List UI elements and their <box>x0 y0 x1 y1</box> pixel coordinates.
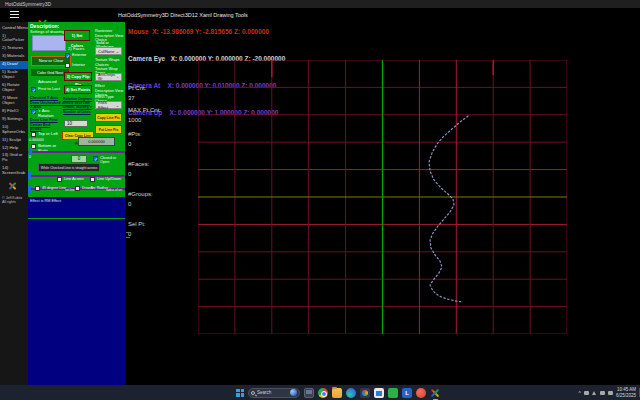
sidebar-item-9-settings[interactable]: 9) Settings <box>0 115 28 123</box>
radius-of-arc-note: radius of arc <box>106 188 123 192</box>
effect-status-text: Effect is RM Effect <box>30 199 61 203</box>
search-icon <box>251 391 255 395</box>
checkbox-checked-icon[interactable] <box>31 87 36 92</box>
start-button-icon[interactable] <box>236 389 244 397</box>
checkbox-checked-icon[interactable] <box>31 109 36 114</box>
checkbox-icon[interactable] <box>31 132 36 137</box>
edge-icon[interactable] <box>346 388 356 398</box>
deg45-line-checkbox[interactable]: 45 degree Line <box>35 186 66 191</box>
checkbox-icon[interactable] <box>57 177 62 182</box>
sidebar-item-8-fileio[interactable]: 8) FileIO <box>0 107 28 115</box>
clock-date: 6/25/2025 <box>616 393 636 399</box>
checkbox-icon[interactable] <box>75 186 80 191</box>
clock-time: 10:45 AM <box>616 387 636 393</box>
tray-app-icon[interactable] <box>584 391 589 395</box>
sidebar-item-12-help[interactable]: 12) Help <box>0 144 28 152</box>
slider-1-track[interactable] <box>28 151 125 153</box>
monitor-app-icon[interactable] <box>304 388 314 398</box>
line-up-down-checkbox[interactable]: Line Up/Down <box>90 177 121 182</box>
wifi-icon[interactable] <box>592 391 597 395</box>
max-pt-cnt-value: 1000 <box>128 117 141 123</box>
set-points-button[interactable]: 4) Set Points <box>64 85 92 94</box>
zero-value-box: 0 <box>71 155 87 163</box>
slider-2-thumb[interactable] <box>28 172 31 180</box>
sel-pt-label: Sel Pt: <box>128 221 146 227</box>
mouse-coords: Mouse X: -13.986069 Y: -2.815656 Z: 0.00… <box>128 27 285 36</box>
green-app-icon[interactable] <box>388 388 398 398</box>
taskbar-clock[interactable]: 10:45 AM 6/25/2025 <box>616 387 636 399</box>
first-to-last-checkbox[interactable]: First to Last <box>31 87 63 92</box>
interior-checkbox[interactable]: Interior <box>65 63 91 68</box>
rotation-degrees-input[interactable]: 10 <box>64 120 88 127</box>
sidebar-item-1-colorpicker[interactable]: 1) ColorPicker <box>0 32 28 45</box>
faces-count-value: 0 <box>128 171 131 177</box>
faces-count-label: #Faces: <box>128 161 149 167</box>
sidebar-item-11-sculpt[interactable]: 11) Sculpt <box>0 136 28 144</box>
put-line-pts-button[interactable]: Put Line Pts <box>95 125 122 134</box>
top-or-left-checkbox[interactable]: Top or Left <box>31 132 63 137</box>
checkbox-checked-icon[interactable] <box>65 53 70 58</box>
hotodd-app-icon[interactable] <box>430 388 440 398</box>
sidebar-item-5-scale-object[interactable]: 5) Scale Object <box>0 69 28 82</box>
zero-value-label: 0 <box>29 155 31 159</box>
rotation-degrees-link[interactable]: Rotation Degrees before next Line Drawn,… <box>63 97 92 114</box>
checkbox-icon[interactable] <box>90 177 95 182</box>
taskbar: Search L ^ 10:45 AM 6/25/2025 <box>0 385 640 400</box>
set-line-note: set line <box>65 188 75 192</box>
checkbox-icon[interactable] <box>65 63 70 68</box>
speaker-icon[interactable] <box>600 391 605 395</box>
system-tray: ^ 10:45 AM 6/25/2025 <box>579 385 636 400</box>
sidebar-item-10-sphereorbs[interactable]: 10) SphereOrbs <box>0 123 28 136</box>
draw-line-first-link[interactable]: Draw Line First Center End points <box>30 118 60 132</box>
sidebar-item-4-draw-[interactable]: 4) Draw! <box>0 61 28 69</box>
pt-cnt-value: 37 <box>128 95 135 101</box>
file-explorer-icon[interactable] <box>332 388 342 398</box>
control-menu-sidebar: Control Menu 1) ColorPicker2) Textures3)… <box>0 22 28 385</box>
straight-line-tooltip: While Checked Line is straight across <box>38 163 100 172</box>
sidebar-item-7-move-object[interactable]: 7) Move Object <box>0 94 28 107</box>
taskbar-search[interactable]: Search <box>248 388 300 398</box>
drawarc-radius-checkbox[interactable]: DrawArc Radius <box>75 186 108 191</box>
chrome-icon[interactable] <box>318 388 328 398</box>
divider <box>28 218 125 219</box>
sidebar-item-3-materials[interactable]: 3) Materials <box>0 53 28 61</box>
search-label: Search <box>257 390 288 395</box>
slider-3-thumb[interactable] <box>28 185 31 193</box>
exterior-checkbox[interactable]: Exterior <box>65 53 91 58</box>
store-icon[interactable] <box>374 388 384 398</box>
letter-l-app-icon[interactable]: L <box>402 388 412 398</box>
control-menu-header: Control Menu <box>0 22 28 32</box>
advanced-label: Advanced <box>38 79 57 84</box>
hidden-icons-chevron-icon[interactable]: ^ <box>579 390 581 396</box>
sidebar-item-6-rotate-object[interactable]: 6) Rotate Object <box>0 82 28 95</box>
line-across-checkbox[interactable]: Line Across <box>57 177 84 182</box>
taskbar-app-icons: L <box>304 388 440 398</box>
color-swatch[interactable] <box>32 35 66 51</box>
set-colors-button[interactable]: 1) Set Colors <box>64 30 90 41</box>
pts-value: 0 <box>128 141 131 147</box>
copy-flip-pts-button[interactable]: 3) Copy Flip Pts <box>64 72 92 81</box>
sidebar-item-14-screengrab[interactable]: 14) ScreenGrab <box>0 165 28 178</box>
texture-wrap-dropdown[interactable]: AnisOtropic Wr⌄ <box>95 73 122 81</box>
taskbar-center: Search L <box>236 385 440 400</box>
groups-value: 0 <box>128 201 131 207</box>
effect-type-dropdown[interactable]: RMS Effect⌄ <box>95 101 122 109</box>
drawing-canvas[interactable] <box>198 60 567 334</box>
checkbox-icon[interactable] <box>35 186 40 191</box>
max-pt-cnt-label: MAX Pt Cnt: <box>128 107 161 113</box>
sidebar-item-13-grid-or-pic[interactable]: 13) Grid or Pic <box>0 152 28 165</box>
slider-value-box: 0.000000 <box>78 137 115 146</box>
sidebar-item-2-textures[interactable]: 2) Textures <box>0 45 28 53</box>
effect-status-panel: Effect is RM Effect <box>28 197 125 385</box>
hamburger-menu-icon[interactable] <box>10 11 19 18</box>
cull-mode-dropdown[interactable]: CullNone⌄ <box>95 47 122 55</box>
chevron-down-icon: ⌄ <box>116 103 119 108</box>
copy-line-pts-button[interactable]: Copy Line Pts <box>95 113 122 122</box>
red-app-icon[interactable] <box>416 388 426 398</box>
checkbox-checked-icon[interactable] <box>93 156 98 161</box>
copilot-icon[interactable] <box>290 389 297 396</box>
slider-value-label: 0.000000 <box>29 138 44 142</box>
photos-icon[interactable] <box>360 388 370 398</box>
grid-and-curve-svg[interactable] <box>198 60 567 334</box>
battery-icon[interactable] <box>608 391 613 395</box>
